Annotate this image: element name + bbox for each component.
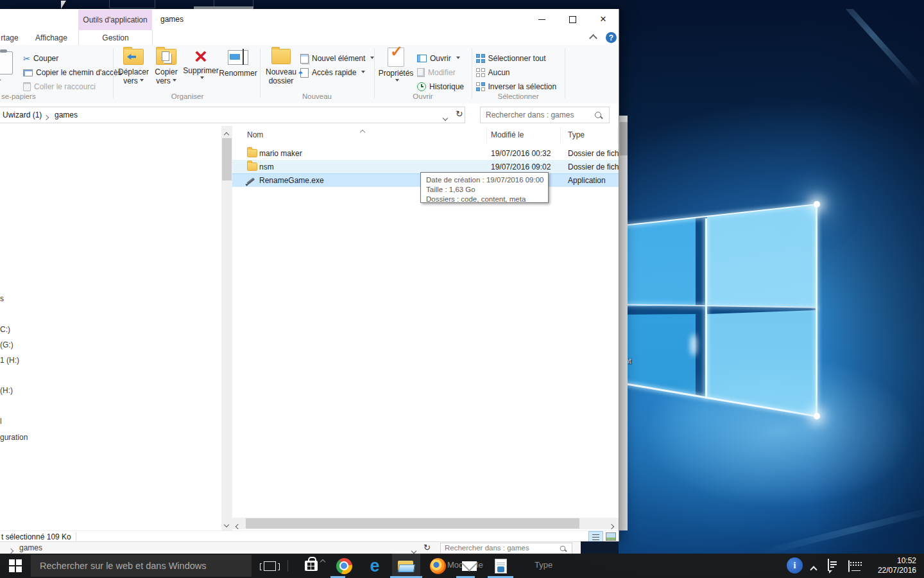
- logo-spark-top: [814, 201, 820, 207]
- nav-item-fragment[interactable]: guration: [0, 433, 28, 442]
- help-button[interactable]: ?: [606, 32, 617, 43]
- taskbar-explorer-button[interactable]: [392, 554, 420, 578]
- rename-button[interactable]: Renommer: [219, 49, 257, 78]
- horizontal-scrollbar[interactable]: [232, 518, 619, 529]
- taskbar-clock[interactable]: 10:52 22/07/2016: [878, 556, 916, 575]
- select-all-button[interactable]: Sélectionner tout: [476, 53, 546, 64]
- nav-item-fragment[interactable]: 1 (H:): [0, 356, 19, 365]
- taskbar-search[interactable]: Rechercher sur le web et dans Windows: [31, 555, 252, 577]
- nav-item-fragment[interactable]: l: [0, 417, 2, 426]
- edit-label: Modifier: [428, 68, 456, 77]
- file-name: nsm: [259, 162, 274, 171]
- start-button[interactable]: [1, 554, 30, 578]
- background-breadcrumb[interactable]: games: [19, 543, 42, 552]
- taskbar-mail-button[interactable]: [455, 554, 483, 578]
- nav-scrollbar-thumb[interactable]: [222, 138, 232, 180]
- tray-show-hidden-icons-button[interactable]: [811, 563, 816, 575]
- nav-scrollbar[interactable]: [221, 126, 232, 530]
- search-icon: [560, 546, 566, 552]
- refresh-icon[interactable]: ↻: [424, 543, 431, 552]
- new-folder-label2: dossier: [269, 76, 294, 85]
- content-area: s C:) (G:) 1 (H:) (H:) l guration Nom Mo…: [0, 126, 619, 530]
- minimize-button[interactable]: [526, 9, 557, 30]
- navigation-pane[interactable]: s C:) (G:) 1 (H:) (H:) l guration: [0, 126, 221, 530]
- scroll-up-button[interactable]: [225, 130, 228, 139]
- nav-item-fragment[interactable]: C:): [0, 325, 10, 334]
- column-separator[interactable]: [486, 127, 487, 144]
- nav-item-fragment[interactable]: (H:): [0, 386, 13, 395]
- tab-affichage[interactable]: Affichage: [28, 30, 74, 45]
- nav-item-fragment[interactable]: s: [0, 294, 4, 303]
- file-explorer-icon: [398, 559, 415, 572]
- refresh-button[interactable]: ↻: [456, 109, 463, 119]
- edit-button[interactable]: Modifier: [417, 67, 456, 78]
- taskbar-store-button[interactable]: [297, 554, 325, 578]
- background-window-scrollbar-thumb[interactable]: [620, 122, 628, 155]
- close-button[interactable]: ×: [588, 9, 619, 30]
- open-button[interactable]: Ouvrir: [417, 53, 460, 64]
- paste-shortcut-label: Coller le raccourci: [34, 82, 96, 91]
- help-icon: ?: [609, 33, 613, 42]
- select-none-button[interactable]: Aucun: [476, 67, 510, 78]
- column-separator[interactable]: [617, 127, 618, 144]
- column-header-name[interactable]: Nom: [247, 130, 263, 139]
- scroll-left-button[interactable]: [236, 521, 240, 530]
- copy-to-button[interactable]: Copier vers: [151, 49, 181, 85]
- search-icon[interactable]: [595, 112, 601, 118]
- file-row-mario-maker[interactable]: mario maker 19/07/2016 00:32 Dossier de …: [232, 146, 619, 160]
- copy-to-label2: vers: [156, 76, 176, 85]
- column-header-type[interactable]: Type: [568, 130, 585, 139]
- maximize-button[interactable]: [557, 9, 588, 30]
- move-to-folder-icon: [123, 49, 144, 65]
- address-dropdown-button[interactable]: [443, 113, 447, 122]
- taskbar-firefox-button[interactable]: [424, 554, 452, 578]
- tab-partage-partial[interactable]: rtage: [0, 30, 21, 45]
- taskbar-chrome-button[interactable]: [330, 554, 358, 578]
- new-group-label: Nouveau: [260, 92, 374, 100]
- move-to-button[interactable]: Déplacer vers: [117, 49, 150, 85]
- select-all-icon: [476, 54, 485, 63]
- address-row: Uwizard (1) games ↻ Rechercher dans : ga…: [0, 103, 619, 127]
- details-view-button[interactable]: [588, 531, 603, 541]
- tab-gestion[interactable]: Gestion: [78, 30, 153, 45]
- taskbar-document-app-button[interactable]: [486, 554, 515, 578]
- new-folder-label: Nouveau: [266, 67, 296, 76]
- address-bar[interactable]: Uwizard (1) games: [0, 107, 465, 123]
- thumbnail-view-button[interactable]: [604, 531, 617, 541]
- new-item-button[interactable]: Nouvel élément: [300, 53, 374, 64]
- clipboard-group-label: se-papiers: [0, 92, 98, 100]
- column-header-modified[interactable]: Modifié le: [491, 130, 524, 139]
- task-view-button[interactable]: [255, 554, 284, 578]
- tray-app-button[interactable]: i: [787, 557, 803, 574]
- dropdown-arrow-icon: [361, 71, 365, 75]
- paste-shortcut-button[interactable]: Coller le raccourci: [23, 81, 96, 92]
- scissors-icon: ✂: [23, 54, 30, 64]
- horizontal-scrollbar-thumb[interactable]: [246, 518, 579, 529]
- properties-button[interactable]: ✓ Propriétés: [379, 48, 413, 83]
- copy-path-button[interactable]: Copier le chemin d'accès: [23, 67, 122, 78]
- search-box[interactable]: Rechercher dans : games: [480, 107, 610, 123]
- delete-button[interactable]: × Supprimer: [184, 46, 218, 81]
- nav-item-fragment[interactable]: (G:): [0, 340, 13, 349]
- background-window-addressbar[interactable]: games ↻ Rechercher dans : games: [0, 541, 581, 554]
- invert-selection-icon: [476, 82, 485, 91]
- action-center-button[interactable]: [828, 559, 829, 571]
- breadcrumb-current[interactable]: games: [55, 110, 78, 119]
- column-separator[interactable]: [560, 127, 561, 144]
- group-separator: [565, 48, 565, 98]
- background-search-box[interactable]: Rechercher dans : games: [440, 543, 572, 554]
- breadcrumb-root[interactable]: Uwizard (1): [3, 110, 42, 119]
- ribbon-collapse-button[interactable]: [590, 34, 596, 43]
- scroll-down-button[interactable]: [225, 520, 228, 529]
- quick-access-button[interactable]: Accès rapide: [300, 67, 365, 78]
- taskbar-edge-button[interactable]: e: [361, 554, 389, 578]
- title-bar[interactable]: Outils d'application games ×: [0, 9, 619, 30]
- new-folder-button[interactable]: Nouveau dossier: [264, 49, 298, 85]
- paste-button-partial[interactable]: ler: [0, 50, 15, 87]
- file-row-nsm[interactable]: nsm 19/07/2016 09:02 Dossier de fichi: [232, 160, 619, 173]
- cut-button[interactable]: ✂ Couper: [23, 53, 58, 64]
- touch-keyboard-button[interactable]: [848, 561, 850, 572]
- invert-selection-button[interactable]: Inverser la sélection: [476, 81, 556, 92]
- history-button[interactable]: Historique: [417, 81, 464, 92]
- scroll-right-button[interactable]: [610, 521, 613, 530]
